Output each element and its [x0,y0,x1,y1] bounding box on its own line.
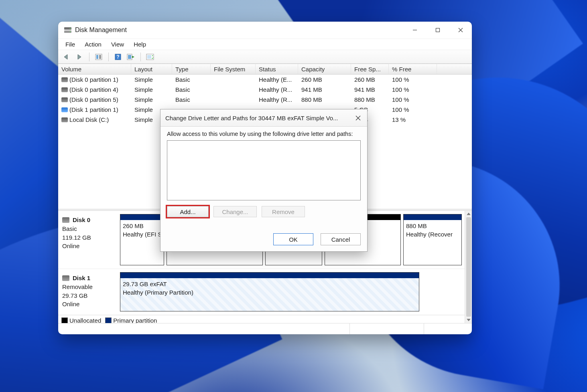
refresh-button[interactable] [93,52,105,62]
volume-row[interactable]: (Disk 0 partition 4)SimpleBasicHealthy (… [58,85,472,95]
add-button[interactable]: Add... [167,206,209,217]
menu-help[interactable]: Help [130,40,150,48]
col-capacity[interactable]: Capacity [298,64,351,74]
volume-row[interactable]: (Disk 0 partition 1)SimpleBasicHealthy (… [58,75,472,85]
volume-row[interactable]: (Disk 0 partition 5)SimpleBasicHealthy (… [58,95,472,105]
action-button[interactable] [125,52,137,62]
svg-rect-14 [128,55,131,59]
dialog-titlebar[interactable]: Change Drive Letter and Paths for 30447 … [160,109,367,127]
status-bar [58,323,472,334]
dialog-hint: Allow access to this volume by using the… [167,131,361,137]
toolbar: ? [58,50,472,64]
volume-list-header: Volume Layout Type File System Status Ca… [58,64,472,75]
paths-listbox[interactable] [167,140,361,200]
close-button[interactable] [449,22,472,38]
col-free[interactable]: Free Sp... [351,64,389,74]
ok-button[interactable]: OK [273,233,313,245]
disk0-label: Disk 0 Basic 119.12 GB Online [61,214,118,265]
dialog-close-button[interactable] [351,113,365,123]
cancel-button[interactable]: Cancel [321,233,361,245]
menu-action[interactable]: Action [81,40,106,48]
svg-rect-10 [99,55,101,59]
svg-point-3 [70,31,71,32]
col-pctfree[interactable]: % Free [389,64,437,74]
change-drive-letter-dialog: Change Drive Letter and Paths for 30447 … [160,109,368,252]
col-type[interactable]: Type [172,64,211,74]
legend: Unallocated Primary partition [58,315,465,323]
disk-icon [62,217,69,223]
disk1-partition[interactable]: 29.73 GB exFAT Healthy (Primary Partitio… [120,272,419,311]
col-status[interactable]: Status [256,64,298,74]
app-icon [64,26,72,34]
properties-button[interactable] [144,52,156,62]
col-filesystem[interactable]: File System [211,64,256,74]
svg-rect-9 [96,55,98,59]
change-button[interactable]: Change... [213,206,257,217]
menu-view[interactable]: View [107,40,128,48]
disk-icon [62,275,69,281]
titlebar[interactable]: Disk Management [58,22,472,38]
minimize-button[interactable] [403,22,426,38]
disk0-partition[interactable]: 260 MBHealthy (EFI S [120,214,164,265]
menu-file[interactable]: File [61,40,79,48]
svg-point-2 [70,28,71,29]
disk-pane-scrollbar[interactable] [465,211,472,323]
svg-point-19 [152,55,153,56]
dialog-title: Change Drive Letter and Paths for 30447 … [165,115,351,121]
maximize-button[interactable] [426,22,449,38]
back-button[interactable] [61,52,73,62]
window-title: Disk Management [75,26,127,34]
forward-button[interactable] [73,52,85,62]
disk-row-1[interactable]: Disk 1 Removable 29.73 GB Online 29.73 G… [58,269,465,315]
svg-rect-5 [436,28,439,32]
col-layout[interactable]: Layout [131,64,172,74]
menubar: File Action View Help [58,38,472,50]
help-button[interactable]: ? [112,52,124,62]
col-volume[interactable]: Volume [58,64,131,74]
disk1-label: Disk 1 Removable 29.73 GB Online [61,272,118,311]
svg-text:?: ? [116,54,119,60]
remove-button[interactable]: Remove [262,206,305,217]
disk0-partition[interactable]: 880 MBHealthy (Recover [403,214,462,265]
